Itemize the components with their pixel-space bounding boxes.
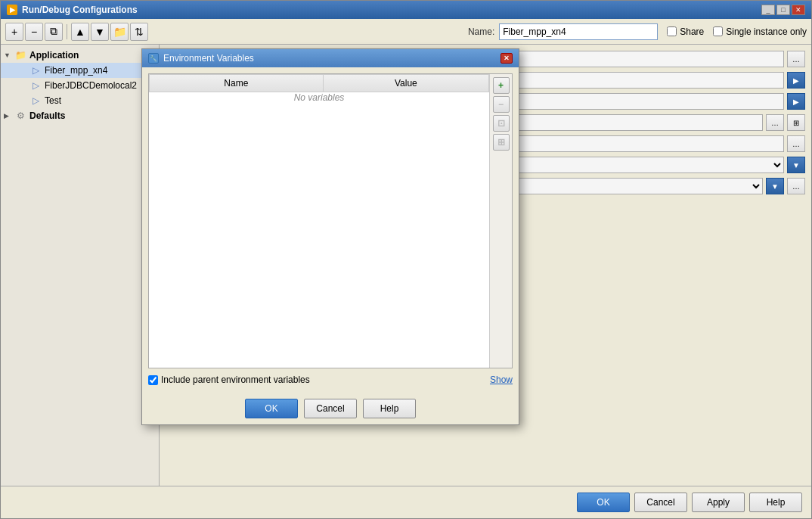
single-instance-checkbox[interactable] bbox=[713, 26, 723, 36]
field-4-btn-dots[interactable]: … bbox=[766, 114, 784, 131]
dialog-close-button[interactable]: ✕ bbox=[501, 53, 513, 64]
file-icon: ▷ bbox=[29, 64, 42, 76]
file-icon: ▷ bbox=[29, 95, 42, 107]
name-input[interactable] bbox=[499, 23, 658, 40]
maximize-button[interactable]: □ bbox=[776, 5, 790, 15]
env-table: Name Value No variables bbox=[149, 74, 489, 368]
copy-variable-button[interactable]: ⊡ bbox=[493, 115, 510, 132]
env-table-container: Name Value No variables bbox=[148, 73, 513, 368]
dialog-body: Name Value No variables bbox=[142, 67, 519, 393]
no-variables-text: No variables bbox=[150, 92, 489, 103]
remove-variable-button[interactable]: − bbox=[493, 96, 510, 113]
help-button[interactable]: Help bbox=[749, 493, 802, 512]
minimize-button[interactable]: _ bbox=[761, 5, 775, 15]
bottom-bar: OK Cancel Apply Help bbox=[1, 486, 811, 518]
variables-table: Name Value No variables bbox=[149, 74, 489, 103]
sidebar-item-application[interactable]: ▼ 📁 Application bbox=[1, 48, 159, 63]
dialog-icon: 🔧 bbox=[148, 53, 159, 64]
window-title: Run/Debug Configurations bbox=[22, 5, 138, 15]
paste-variable-button[interactable]: ⊞ bbox=[493, 134, 510, 151]
move-down-button[interactable]: ▼ bbox=[91, 23, 109, 41]
title-bar: ▶ Run/Debug Configurations _ □ ✕ bbox=[1, 1, 811, 19]
name-label: Name: bbox=[468, 26, 494, 37]
dialog-buttons: OK Cancel Help bbox=[142, 393, 519, 424]
include-parent-checkbox[interactable] bbox=[148, 375, 158, 385]
toolbar: + − ⧉ ▲ ▼ 📁 ⇅ Name: Share Single instanc… bbox=[1, 19, 811, 45]
table-body: No variables bbox=[150, 92, 489, 104]
folder-icon: 📁 bbox=[14, 49, 26, 61]
dialog-title-bar: 🔧 Environment Variables ✕ bbox=[142, 49, 519, 67]
field-4-btn-alt[interactable]: ⊞ bbox=[787, 114, 805, 131]
move-up-button[interactable]: ▲ bbox=[71, 23, 89, 41]
toolbar-separator-1 bbox=[67, 24, 67, 39]
dialog-ok-button[interactable]: OK bbox=[245, 399, 298, 418]
environment-variables-dialog: 🔧 Environment Variables ✕ Name Value bbox=[141, 48, 519, 425]
ok-button[interactable]: OK bbox=[577, 493, 630, 512]
field-3-btn[interactable]: ▶ bbox=[787, 93, 805, 110]
apply-button[interactable]: Apply bbox=[692, 493, 745, 512]
toggle-icon: ▶ bbox=[4, 112, 14, 120]
close-window-button[interactable]: ✕ bbox=[792, 5, 805, 15]
dialog-cancel-button[interactable]: Cancel bbox=[304, 399, 357, 418]
window-icon: ▶ bbox=[7, 5, 17, 15]
dropdown-btn-2[interactable]: ▼ bbox=[766, 178, 784, 194]
env-table-toolbar: + − ⊡ ⊞ bbox=[489, 74, 512, 368]
sidebar-item-label: Application bbox=[29, 50, 79, 61]
sidebar-item-fiberjdbc[interactable]: ▷ FiberJDBCDemolocal2 bbox=[1, 78, 159, 93]
sidebar-item-label: Fiber_mpp_xn4 bbox=[45, 65, 107, 76]
add-variable-button[interactable]: + bbox=[493, 77, 510, 94]
dialog-footer-row: Include parent environment variables Sho… bbox=[148, 373, 513, 387]
sidebar-item-label: Defaults bbox=[29, 110, 65, 121]
dialog-help-button[interactable]: Help bbox=[363, 399, 416, 418]
file-icon: ▷ bbox=[29, 79, 42, 92]
folder-button[interactable]: 📁 bbox=[110, 23, 129, 41]
add-config-button[interactable]: + bbox=[5, 23, 23, 41]
config-icon: ⚙ bbox=[14, 110, 26, 122]
dropdown-btn-1[interactable]: ▼ bbox=[787, 157, 805, 173]
single-instance-label: Single instance only bbox=[726, 26, 807, 37]
sidebar-item-label: Test bbox=[45, 95, 61, 106]
field-5-btn[interactable]: … bbox=[787, 135, 805, 152]
sidebar-item-defaults[interactable]: ▶ ⚙ Defaults bbox=[1, 108, 159, 123]
sidebar: ▼ 📁 Application ▷ Fiber_mpp_xn4 ▷ FiberJ… bbox=[1, 45, 160, 486]
sidebar-item-fiber-mpp-xn4[interactable]: ▷ Fiber_mpp_xn4 bbox=[1, 63, 159, 78]
include-parent-label: Include parent environment variables bbox=[161, 374, 310, 385]
col-name-header: Name bbox=[150, 75, 324, 92]
sort-button[interactable]: ⇅ bbox=[130, 23, 148, 41]
field-2-btn[interactable]: ▶ bbox=[787, 72, 805, 89]
show-link[interactable]: Show bbox=[490, 374, 513, 385]
remove-config-button[interactable]: − bbox=[25, 23, 43, 41]
share-checkbox[interactable] bbox=[667, 26, 677, 36]
copy-config-button[interactable]: ⧉ bbox=[45, 23, 63, 41]
col-value-header: Value bbox=[323, 75, 488, 92]
dialog-title: Environment Variables bbox=[163, 53, 254, 64]
cancel-button[interactable]: Cancel bbox=[634, 493, 687, 512]
sidebar-item-label: FiberJDBCDemolocal2 bbox=[45, 80, 137, 91]
share-label: Share bbox=[680, 26, 704, 37]
field-1-btn[interactable]: … bbox=[787, 51, 805, 67]
toggle-icon: ▼ bbox=[4, 51, 14, 59]
sidebar-item-test[interactable]: ▷ Test bbox=[1, 93, 159, 108]
field-7-btn[interactable]: … bbox=[787, 178, 805, 194]
